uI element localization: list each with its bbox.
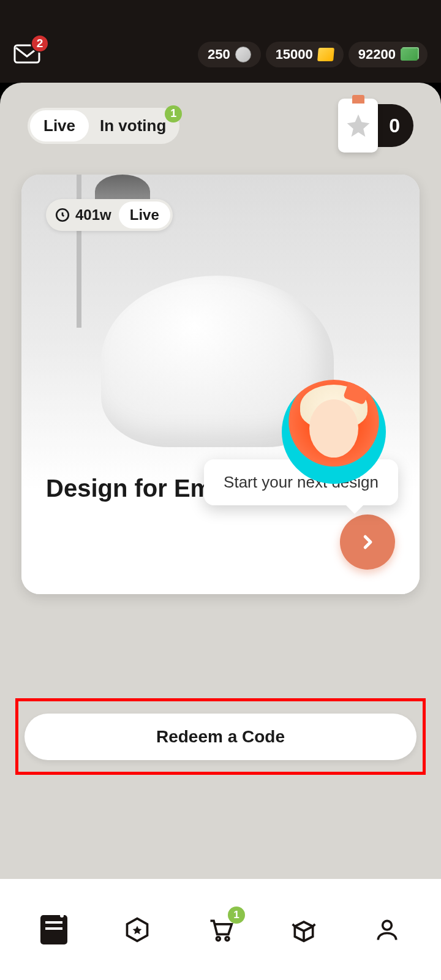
svg-point-2 <box>216 937 220 940</box>
clock-icon <box>55 207 70 223</box>
app-header: 2 250 15000 92200 <box>0 0 441 83</box>
badge-star-icon <box>124 916 151 943</box>
currency-coins[interactable]: 250 <box>198 42 261 67</box>
star-count: 0 <box>389 115 400 137</box>
card-time: 401w <box>75 206 111 224</box>
cash-stack-icon <box>401 48 418 61</box>
box-open-icon <box>290 916 317 943</box>
redeem-highlight-box: Redeem a Code <box>15 698 426 775</box>
person-icon <box>374 916 401 943</box>
nav-cart[interactable]: 1 <box>202 911 239 948</box>
currency-row: 250 15000 92200 <box>198 42 428 67</box>
tab-in-voting-label: In voting <box>100 116 166 135</box>
nav-home[interactable] <box>36 911 72 948</box>
cart-badge: 1 <box>228 907 245 924</box>
svg-point-4 <box>383 921 392 930</box>
currency-cash[interactable]: 92200 <box>349 42 428 67</box>
card-live-badge: Live <box>119 202 170 228</box>
mail-badge: 2 <box>31 34 49 53</box>
svg-point-3 <box>225 937 229 940</box>
tab-live[interactable]: Live <box>30 110 89 141</box>
coin-stack-icon <box>235 47 251 62</box>
nav-inventory[interactable] <box>285 911 322 948</box>
next-design-button[interactable] <box>340 514 395 570</box>
home-icon <box>40 915 67 944</box>
star-counter[interactable]: 0 <box>341 104 413 147</box>
tab-in-voting[interactable]: In voting 1 <box>89 110 177 141</box>
tabs-row: Live In voting 1 0 <box>0 83 441 147</box>
cash-value: 92200 <box>358 47 396 62</box>
redeem-code-button[interactable]: Redeem a Code <box>24 714 417 760</box>
coins-value: 250 <box>208 47 230 62</box>
design-card[interactable]: 401w Live Design for Emma Start your nex… <box>21 175 420 594</box>
gold-stack-icon <box>317 48 334 61</box>
star-card-icon <box>338 99 378 153</box>
bottom-nav: 1 <box>0 879 441 980</box>
tab-switcher: Live In voting 1 <box>28 108 179 144</box>
mail-button[interactable]: 2 <box>13 43 40 67</box>
nav-profile[interactable] <box>369 911 405 948</box>
gold-value: 15000 <box>276 47 313 62</box>
currency-gold[interactable]: 15000 <box>266 42 344 67</box>
chevron-right-icon <box>358 533 377 551</box>
main-panel: Live In voting 1 0 401w Live Design for … <box>0 83 441 879</box>
host-avatar <box>282 380 386 484</box>
nav-challenges[interactable] <box>119 911 156 948</box>
card-status-badge: 401w Live <box>46 199 173 231</box>
voting-badge: 1 <box>165 105 182 123</box>
